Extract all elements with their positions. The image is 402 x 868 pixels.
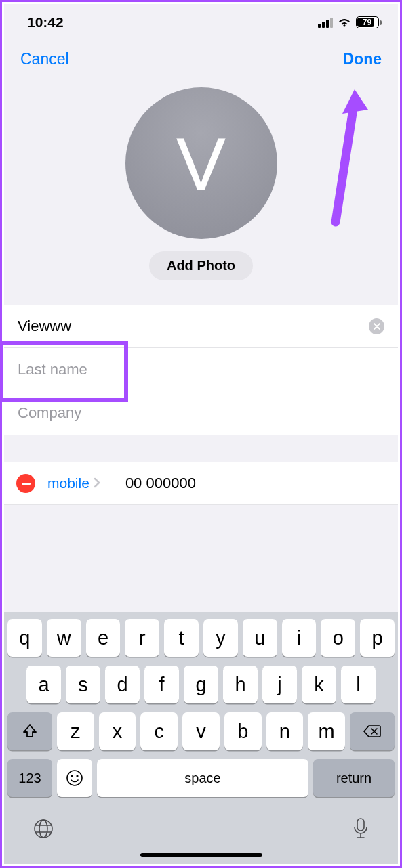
key-e[interactable]: e (86, 619, 121, 657)
key-w[interactable]: w (47, 619, 81, 657)
mic-icon[interactable] (351, 817, 370, 844)
keyboard-row-4: 123 space return (7, 759, 395, 797)
key-t[interactable]: t (164, 619, 199, 657)
company-input[interactable] (18, 404, 384, 422)
phone-row[interactable]: mobile 00 000000 (4, 462, 398, 504)
keyboard-row-2: a s d f g h j k l (7, 666, 395, 703)
keyboard-row-1: q w e r t y u i o p (7, 619, 395, 657)
contact-fields (4, 305, 398, 435)
key-i[interactable]: i (282, 619, 317, 657)
key-o[interactable]: o (321, 619, 355, 657)
last-name-input[interactable] (18, 361, 384, 378)
return-key[interactable]: return (313, 759, 395, 797)
svg-point-1 (71, 775, 73, 777)
key-q[interactable]: q (7, 619, 42, 657)
key-n[interactable]: n (266, 712, 304, 750)
keyboard: q w e r t y u i o p a s d f g h j k l z (4, 612, 398, 864)
chevron-right-icon (94, 475, 100, 492)
key-u[interactable]: u (243, 619, 277, 657)
key-m[interactable]: m (308, 712, 345, 750)
divider (113, 471, 113, 496)
svg-rect-5 (357, 819, 364, 831)
key-v[interactable]: v (182, 712, 220, 750)
home-indicator[interactable] (140, 853, 262, 857)
emoji-key[interactable] (57, 759, 92, 797)
status-bar: 10:42 79 (4, 4, 398, 41)
status-right: 79 (318, 16, 382, 28)
space-key[interactable]: space (97, 759, 308, 797)
avatar[interactable]: V (125, 87, 277, 239)
numbers-key[interactable]: 123 (7, 759, 52, 797)
svg-point-2 (76, 775, 78, 777)
key-a[interactable]: a (26, 666, 61, 703)
key-f[interactable]: f (144, 666, 179, 703)
key-c[interactable]: c (140, 712, 178, 750)
avatar-initial: V (176, 121, 226, 207)
keyboard-bottom (7, 806, 395, 846)
key-l[interactable]: l (341, 666, 376, 703)
clear-text-icon[interactable] (369, 318, 384, 334)
keyboard-row-3: z x c v b n m (7, 712, 395, 750)
first-name-field[interactable] (4, 305, 398, 348)
last-name-field[interactable] (4, 348, 398, 391)
svg-point-4 (39, 820, 47, 838)
key-j[interactable]: j (262, 666, 297, 703)
key-r[interactable]: r (125, 619, 159, 657)
key-b[interactable]: b (224, 712, 262, 750)
remove-phone-icon[interactable] (16, 474, 35, 493)
company-field[interactable] (4, 391, 398, 435)
key-y[interactable]: y (203, 619, 238, 657)
key-p[interactable]: p (360, 619, 395, 657)
phone-section: mobile 00 000000 (4, 462, 398, 505)
cancel-button[interactable]: Cancel (20, 50, 69, 68)
avatar-area: V Add Photo (4, 75, 398, 287)
first-name-input[interactable] (18, 318, 369, 335)
svg-point-0 (67, 771, 82, 785)
phone-value[interactable]: 00 000000 (125, 475, 196, 492)
key-x[interactable]: x (99, 712, 136, 750)
key-z[interactable]: z (57, 712, 94, 750)
cellular-signal-icon (318, 18, 333, 28)
globe-icon[interactable] (32, 817, 55, 843)
key-h[interactable]: h (223, 666, 258, 703)
key-g[interactable]: g (184, 666, 218, 703)
key-d[interactable]: d (105, 666, 140, 703)
phone-label-button[interactable]: mobile (47, 475, 89, 492)
battery-icon: 79 (356, 16, 382, 28)
shift-key[interactable] (7, 712, 52, 750)
wifi-icon (337, 17, 352, 28)
key-s[interactable]: s (66, 666, 100, 703)
backspace-key[interactable] (350, 712, 395, 750)
nav-bar: Cancel Done (4, 41, 398, 75)
svg-point-3 (35, 820, 52, 838)
status-time: 10:42 (27, 14, 64, 30)
add-photo-button[interactable]: Add Photo (149, 251, 253, 280)
done-button[interactable]: Done (343, 50, 382, 68)
key-k[interactable]: k (302, 666, 336, 703)
